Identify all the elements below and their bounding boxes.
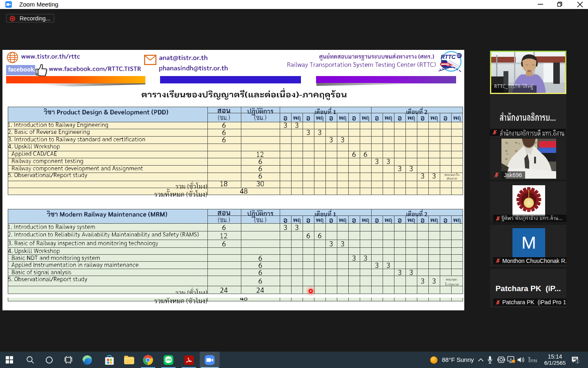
svg-text:RTTC: RTTC [441, 54, 456, 60]
svg-text:1: 1 [577, 359, 579, 364]
svg-text:LINE: LINE [165, 358, 172, 361]
